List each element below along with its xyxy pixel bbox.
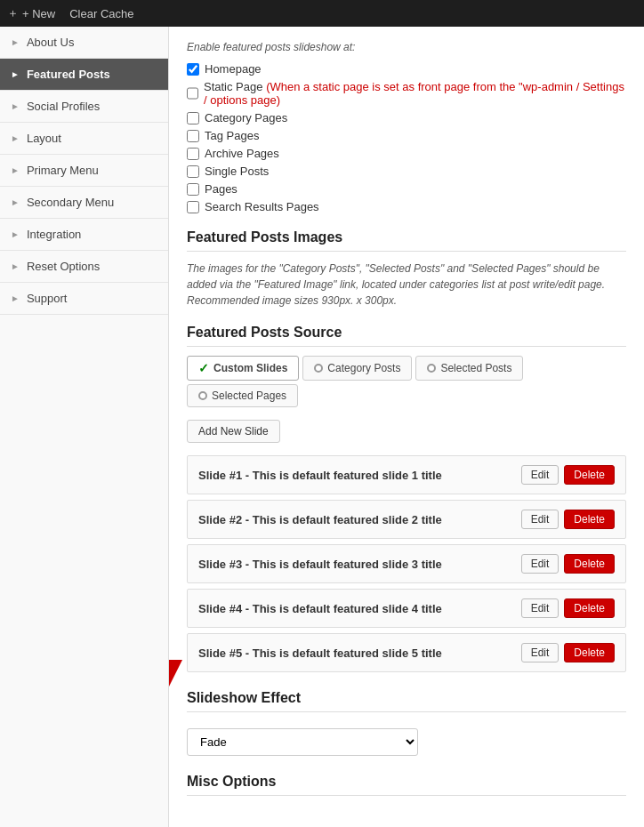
sidebar-arrow: ► <box>11 37 20 47</box>
slide-title: Slide #3 - This is default featured slid… <box>198 558 442 571</box>
slide-title: Slide #1 - This is default featured slid… <box>198 469 442 482</box>
images-info: The images for the "Category Posts", "Se… <box>187 261 626 309</box>
sidebar-item-integration[interactable]: ►Integration <box>0 219 168 251</box>
slide-row-1: Slide #1 - This is default featured slid… <box>187 455 626 494</box>
sidebar-arrow: ► <box>11 261 20 271</box>
archive-pages-row: Archive Pages <box>187 147 626 160</box>
sidebar-item-label: Reset Options <box>27 260 100 273</box>
svg-marker-1 <box>169 660 182 695</box>
slide-buttons: Edit Delete <box>521 465 615 485</box>
tab-label: Selected Posts <box>440 362 511 374</box>
red-arrow <box>169 393 196 713</box>
tab-label: Selected Pages <box>212 389 286 402</box>
radio-icon <box>198 391 207 400</box>
source-tabs: ✓Custom SlidesCategory PostsSelected Pos… <box>187 356 626 407</box>
sidebar-arrow: ► <box>11 197 20 207</box>
clear-cache-label: Clear Cache <box>69 7 133 20</box>
edit-button-5[interactable]: Edit <box>521 643 559 662</box>
search-results-pages-checkbox[interactable] <box>187 201 199 213</box>
slide-title: Slide #2 - This is default featured slid… <box>198 513 442 526</box>
source-tab-custom-slides[interactable]: ✓Custom Slides <box>187 356 299 381</box>
source-tab-selected-posts[interactable]: Selected Posts <box>415 356 523 381</box>
sidebar-arrow: ► <box>11 293 20 303</box>
clear-cache-button[interactable]: Clear Cache <box>69 7 133 20</box>
sidebar-item-label: Featured Posts <box>27 68 110 81</box>
static-page-checkbox-row: Static Page (When a static page is set a… <box>187 80 626 107</box>
sidebar-arrow: ► <box>11 165 20 175</box>
single-posts-checkbox[interactable] <box>187 165 199 178</box>
archive-pages-checkbox[interactable] <box>187 148 199 160</box>
sidebar-item-support[interactable]: ►Support <box>0 283 168 315</box>
extra-checkboxes: Category PagesTag PagesArchive PagesSing… <box>187 111 626 213</box>
checkmark-icon: ✓ <box>198 361 209 375</box>
archive-pages-label: Archive Pages <box>205 147 279 160</box>
sidebar-arrow: ► <box>11 101 20 111</box>
slideshow-section: Slideshow Effect FadeSlideNone <box>187 690 626 756</box>
search-results-pages-row: Search Results Pages <box>187 200 626 213</box>
static-page-link[interactable]: (When a static page is set as front page… <box>204 80 624 107</box>
slides-container: Slide #1 - This is default featured slid… <box>187 455 626 672</box>
edit-button-4[interactable]: Edit <box>521 598 559 618</box>
slide-buttons: Edit Delete <box>521 510 615 529</box>
main-content: Enable featured posts slideshow at: Home… <box>169 27 644 827</box>
slide-title: Slide #4 - This is default featured slid… <box>198 602 442 615</box>
sidebar-item-layout[interactable]: ►Layout <box>0 123 168 155</box>
edit-button-3[interactable]: Edit <box>521 554 559 574</box>
tag-pages-label: Tag Pages <box>205 129 259 142</box>
sidebar-item-primary-menu[interactable]: ►Primary Menu <box>0 155 168 187</box>
delete-button-1[interactable]: Delete <box>564 465 615 485</box>
delete-button-2[interactable]: Delete <box>564 510 615 529</box>
new-button[interactable]: ＋ + New <box>7 5 55 21</box>
static-page-checkbox[interactable] <box>187 87 198 100</box>
sidebar-item-about-us[interactable]: ►About Us <box>0 27 168 59</box>
sidebar: ►About Us►Featured Posts►Social Profiles… <box>0 27 169 827</box>
sidebar-item-social-profiles[interactable]: ►Social Profiles <box>0 91 168 123</box>
add-slide-button[interactable]: Add New Slide <box>187 420 280 443</box>
misc-section: Misc Options <box>187 774 626 796</box>
delete-button-5[interactable]: Delete <box>564 643 615 662</box>
sidebar-item-reset-options[interactable]: ►Reset Options <box>0 251 168 283</box>
delete-button-4[interactable]: Delete <box>564 598 615 618</box>
delete-button-3[interactable]: Delete <box>564 554 615 574</box>
source-tab-category-posts[interactable]: Category Posts <box>302 356 412 381</box>
tag-pages-row: Tag Pages <box>187 129 626 142</box>
pages-checkbox[interactable] <box>187 183 199 196</box>
plus-icon: ＋ <box>7 5 19 21</box>
category-pages-row: Category Pages <box>187 111 626 124</box>
tab-label: Category Posts <box>327 362 400 374</box>
category-pages-label: Category Pages <box>205 111 287 124</box>
effect-select[interactable]: FadeSlideNone <box>187 728 418 756</box>
radio-icon <box>314 364 323 373</box>
homepage-label: Homepage <box>205 62 262 76</box>
single-posts-label: Single Posts <box>205 165 269 178</box>
search-results-pages-label: Search Results Pages <box>205 200 319 213</box>
homepage-checkbox[interactable] <box>187 63 199 76</box>
slideshow-effect-heading: Slideshow Effect <box>187 690 626 712</box>
homepage-checkbox-row: Homepage <box>187 62 626 76</box>
slide-row-3: Slide #3 - This is default featured slid… <box>187 544 626 583</box>
sidebar-item-secondary-menu[interactable]: ►Secondary Menu <box>0 187 168 219</box>
pages-label: Pages <box>205 182 237 196</box>
slide-buttons: Edit Delete <box>521 554 615 574</box>
pages-row: Pages <box>187 182 626 196</box>
tag-pages-checkbox[interactable] <box>187 130 199 142</box>
sidebar-item-label: Secondary Menu <box>27 196 114 209</box>
edit-button-1[interactable]: Edit <box>521 465 559 485</box>
slide-title: Slide #5 - This is default featured slid… <box>198 646 442 660</box>
category-pages-checkbox[interactable] <box>187 112 199 124</box>
slide-row-5: Slide #5 - This is default featured slid… <box>187 633 626 672</box>
sidebar-item-label: About Us <box>27 36 74 49</box>
edit-button-2[interactable]: Edit <box>521 510 559 529</box>
radio-icon <box>427 364 436 373</box>
slide-buttons: Edit Delete <box>521 598 615 618</box>
sidebar-arrow: ► <box>11 133 20 143</box>
misc-heading: Misc Options <box>187 774 626 796</box>
sidebar-arrow: ► <box>11 229 20 239</box>
slide-buttons: Edit Delete <box>521 643 615 662</box>
sidebar-arrow: ► <box>11 69 20 79</box>
enable-desc: Enable featured posts slideshow at: <box>187 41 626 53</box>
source-heading: Featured Posts Source <box>187 325 626 347</box>
sidebar-item-label: Social Profiles <box>27 100 100 113</box>
sidebar-item-featured-posts[interactable]: ►Featured Posts <box>0 59 168 91</box>
source-tab-selected-pages[interactable]: Selected Pages <box>187 384 298 407</box>
